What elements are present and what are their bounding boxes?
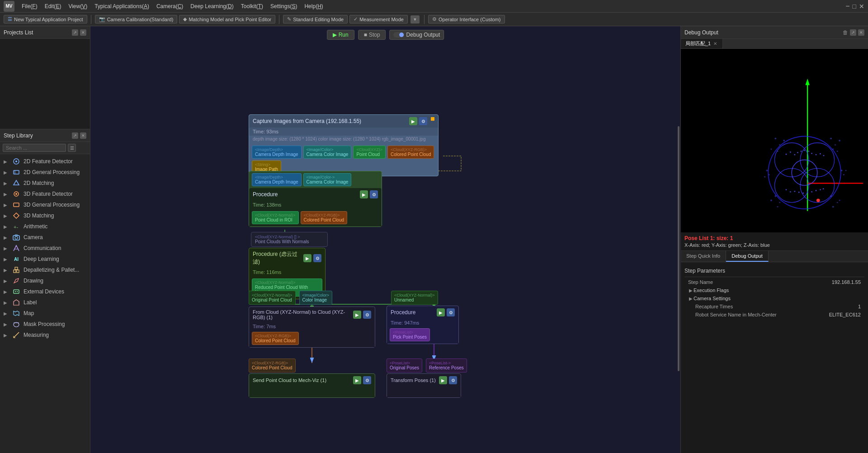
transform-poses-node[interactable]: Transform Poses (1) ▶ ⚙	[387, 373, 461, 398]
convert-settings-btn[interactable]: ⚙	[363, 311, 371, 319]
sidebar-item-camera[interactable]: ▶ Camera	[0, 232, 90, 243]
convert-play-btn[interactable]: ▶	[353, 311, 361, 319]
sidebar-item-measuring[interactable]: ▶ Measuring	[0, 330, 90, 340]
send-settings-btn[interactable]: ⚙	[363, 376, 371, 384]
sidebar-item-arithmetic[interactable]: ▶ +- Arithmetic	[0, 221, 90, 232]
execution-flags-expand-icon[interactable]: ▶	[688, 288, 693, 293]
input-node-orig-cloud[interactable]: <Cloud(XYZ-Normal)> Original Point Cloud	[249, 291, 296, 305]
menu-toolkit[interactable]: Toolkit(T)	[237, 2, 267, 10]
procedure1-node[interactable]: <Image/Depth> Camera Depth Image <Image/…	[249, 171, 382, 227]
sidebar-item-external-devices[interactable]: ▶ External Devices	[0, 286, 90, 297]
menu-view[interactable]: View(V)	[65, 2, 91, 10]
projects-list-float-btn[interactable]: ↗	[72, 29, 78, 36]
proc2-settings-btn[interactable]: ⚙	[313, 254, 321, 262]
projects-list-close-btn[interactable]: ✕	[80, 29, 86, 36]
procedure3-node[interactable]: Procedure ▶ ⚙ Time: 947ms <PoseList> Pic…	[387, 306, 459, 344]
output-tag-color[interactable]: <Image/Color> Camera Color Image	[303, 146, 352, 159]
proc2-play-btn[interactable]: ▶	[303, 254, 311, 262]
tab-close-icon[interactable]: ✕	[712, 41, 718, 47]
proc1-settings-btn[interactable]: ⚙	[370, 190, 378, 198]
output-node-colored-cloud[interactable]: <Cloud(XYZ-RGB)> Colored Point Cloud	[249, 359, 296, 373]
canvas-scrollbar[interactable]	[678, 126, 679, 371]
sidebar-item-3d-feature-detector[interactable]: ▶ 3D Feature Detector	[0, 189, 90, 199]
close-btn[interactable]: ✕	[859, 3, 864, 10]
proc3-play-btn[interactable]: ▶	[437, 308, 445, 316]
standard-editing-btn[interactable]: ✎ Standard Editing Mode	[283, 15, 348, 24]
menu-deep-learning[interactable]: Deep Learning(D)	[187, 2, 237, 10]
sidebar-item-label[interactable]: ▶ Label	[0, 297, 90, 308]
sidebar-item-2d-matching[interactable]: ▶ 2D Matching	[0, 178, 90, 189]
svg-point-74	[790, 191, 791, 193]
send-cloud-node[interactable]: Send Point Cloud to Mech-Viz (1) ▶ ⚙	[249, 373, 375, 398]
proc1-input-depth[interactable]: <Image/Depth> Camera Depth Image	[252, 173, 302, 186]
tab-debug-output[interactable]: Debug Output	[726, 251, 769, 262]
menu-settings[interactable]: Settings(S)	[267, 2, 301, 10]
sidebar-item-3d-general-processing[interactable]: ▶ 3D General Processing	[0, 199, 90, 210]
sidebar-item-depalletizing[interactable]: ▶ Depalletizing & Pallet...	[0, 264, 90, 275]
maximize-btn[interactable]: □	[853, 3, 856, 10]
step-library-close-btn[interactable]: ✕	[80, 132, 86, 139]
debug-tab-local-match[interactable]: 局部匹配_1 ✕	[681, 39, 723, 48]
sidebar-item-3d-matching[interactable]: ▶ 3D Matching	[0, 210, 90, 221]
debug-output-toggle[interactable]: Debug Output	[390, 30, 444, 40]
proc1-output-cloud[interactable]: <Cloud(XYZ-Normal)> Point Cloud in ROI	[252, 211, 299, 224]
sidebar-item-communication[interactable]: ▶ Communication	[0, 243, 90, 254]
sidebar-item-map[interactable]: ▶ Map	[0, 308, 90, 319]
convert-node[interactable]: From Cloud (XYZ-Normal) to Cloud (XYZ-RG…	[249, 307, 375, 348]
send-play-btn[interactable]: ▶	[353, 376, 361, 384]
camera-calib-btn[interactable]: 📷 Camera Calibration(Standard)	[95, 15, 178, 24]
minimize-btn[interactable]: −	[845, 2, 849, 10]
transform-play-btn[interactable]: ▶	[439, 376, 447, 384]
menu-edit[interactable]: Edit(E)	[41, 2, 65, 10]
trash-icon[interactable]: 🗑	[843, 29, 848, 36]
operator-interface-btn[interactable]: ⚙ Operator Interface (Custom)	[428, 15, 505, 24]
output-tag-pointcloud[interactable]: <Cloud(XYZ)> Point Cloud	[353, 146, 386, 159]
debug-tab-bar: 局部匹配_1 ✕	[681, 39, 868, 49]
output-node-ref-poses[interactable]: <PoseList-> Reference Poses	[426, 359, 467, 373]
output-node-orig-poses[interactable]: <PoseList> Original Poses	[387, 359, 422, 373]
measurement-mode-btn[interactable]: ✓ Measurement Mode	[349, 15, 408, 24]
input-node-unnamed[interactable]: <Cloud(XYZ-Normal)> Unnamed	[391, 291, 438, 305]
menu-camera[interactable]: Camera(C)	[153, 2, 187, 10]
proc3-settings-btn[interactable]: ⚙	[447, 308, 455, 316]
camera-settings-label: Camera Settings	[693, 296, 861, 301]
camera-settings-expand-icon[interactable]: ▶	[688, 296, 693, 301]
proc1-input-color[interactable]: <Image/Color-> Camera Color Image	[303, 173, 352, 186]
new-project-btn[interactable]: ☰ New Typical Application Project	[4, 15, 87, 24]
camera-settings-row[interactable]: ▶ Camera Settings	[684, 294, 864, 302]
step-library-float-btn[interactable]: ↗	[72, 132, 78, 139]
debug-panel-float-btn[interactable]: ↗	[850, 29, 856, 36]
toggle-circle	[394, 32, 405, 38]
transform-settings-btn[interactable]: ⚙	[449, 376, 457, 384]
proc1-output-colored[interactable]: <Cloud(XYZ-RGB)> Colored Point Cloud	[301, 211, 348, 224]
sidebar-item-drawing[interactable]: ▶ Drawing	[0, 275, 90, 286]
input-node-color-image[interactable]: <Image/Color> Color Image	[299, 291, 333, 305]
debug-panel-close-btn[interactable]: ✕	[858, 29, 864, 36]
menu-typical-apps[interactable]: Typical Applications(A)	[91, 2, 153, 10]
flow-canvas-area[interactable]: ▶ Run ■ Stop Debug Output	[90, 26, 680, 453]
tab-step-quick-info[interactable]: Step Quick Info	[681, 251, 726, 262]
proc3-output-poses[interactable]: <PoseList> Pick Point Poses	[390, 328, 430, 341]
proc1-play-btn[interactable]: ▶	[360, 190, 368, 198]
output-tag-depth[interactable]: <Image/Depth> Camera Depth Image	[252, 146, 302, 159]
output-tag-colored-cloud[interactable]: <Cloud(XYZ-RGB)> Colored Point Cloud	[387, 146, 434, 159]
expand-arrow-icon: ▶	[4, 224, 10, 229]
capture-play-btn[interactable]: ▶	[409, 117, 417, 125]
sidebar-item-2d-general-processing[interactable]: ▶ 2D General Processing	[0, 167, 90, 178]
sidebar-item-deep-learning[interactable]: ▶ AI Deep Learning	[0, 254, 90, 264]
mode-dropdown-btn[interactable]: ▼	[410, 15, 420, 24]
capture-node[interactable]: Capture Images from Camera (192.168.1.55…	[249, 114, 439, 176]
execution-flags-row[interactable]: ▶ Execution Flags	[684, 286, 864, 294]
sidebar-item-mask-processing[interactable]: ▶ Mask Processing	[0, 319, 90, 330]
search-input[interactable]	[3, 144, 66, 152]
connector-node[interactable]: <Cloud(XYZ-Normal) [] > Point Clouds Wit…	[251, 232, 328, 247]
matching-model-btn[interactable]: ◆ Matching Model and Pick Point Editor	[179, 15, 275, 24]
search-list-btn[interactable]: ☰	[68, 144, 76, 152]
capture-settings-btn[interactable]: ⚙	[419, 117, 427, 125]
menu-file[interactable]: File(F)	[18, 2, 41, 10]
menu-help[interactable]: Help(H)	[301, 2, 326, 10]
stop-btn[interactable]: ■ Stop	[358, 30, 386, 40]
run-btn[interactable]: ▶ Run	[327, 30, 354, 40]
convert-output[interactable]: <Cloud(XYZ-RGB)> Colored Point Cloud	[252, 332, 299, 345]
sidebar-item-2d-feature-detector[interactable]: ▶ 2D Feature Detector	[0, 156, 90, 167]
